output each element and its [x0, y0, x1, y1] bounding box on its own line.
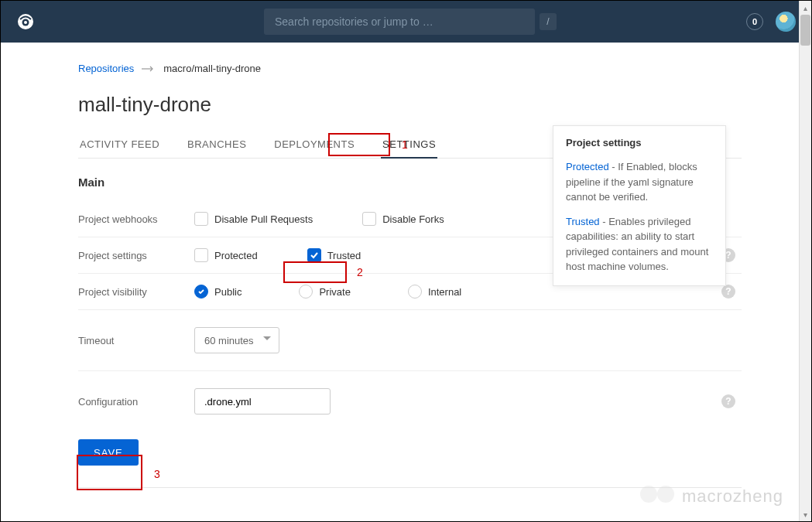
scrollbar-down-icon[interactable]: ▾ [800, 507, 811, 521]
svg-point-2 [24, 21, 27, 24]
checkbox-checked-icon [307, 248, 321, 262]
radio-label: Internal [428, 286, 461, 298]
notifications-badge[interactable]: 0 [746, 13, 763, 30]
watermark: macrozheng [640, 486, 783, 507]
checkbox-trusted[interactable]: Trusted [307, 248, 361, 262]
watermark-text: macrozheng [682, 486, 783, 507]
checkbox-icon [362, 212, 376, 226]
help-icon[interactable]: ? [721, 394, 735, 408]
checkbox-label: Protected [214, 250, 258, 261]
checkbox-icon [194, 212, 208, 226]
radio-icon [299, 285, 313, 299]
project-settings-tooltip: Project settings Protected - If Enabled,… [553, 125, 726, 286]
scrollbar-up-icon[interactable]: ▴ [800, 1, 811, 15]
checkbox-label: Disable Forks [382, 213, 444, 225]
drone-logo[interactable] [16, 12, 35, 31]
radio-label: Private [319, 286, 350, 298]
checkbox-label: Trusted [327, 250, 361, 261]
label-project-settings: Project settings [78, 250, 194, 261]
label-timeout: Timeout [78, 335, 194, 346]
tab-branches[interactable]: BRANCHES [186, 134, 248, 158]
checkbox-disable-pull-requests[interactable]: Disable Pull Requests [194, 212, 313, 226]
top-bar: / 0 [1, 1, 811, 43]
chevron-right-icon [142, 63, 156, 74]
radio-private[interactable]: Private [299, 285, 350, 299]
checkbox-disable-forks[interactable]: Disable Forks [362, 212, 444, 226]
checkbox-protected[interactable]: Protected [194, 248, 258, 262]
label-configuration: Configuration [78, 396, 194, 408]
radio-internal[interactable]: Internal [408, 285, 461, 299]
topbar-right: 0 [746, 12, 796, 32]
tooltip-title: Project settings [566, 137, 713, 148]
configuration-input[interactable] [194, 388, 331, 415]
watermark-icon [640, 486, 674, 507]
row-timeout: Timeout 60 minutes [78, 310, 742, 371]
breadcrumb-root[interactable]: Repositories [78, 63, 134, 74]
save-button[interactable]: SAVE [78, 439, 139, 466]
tooltip-link-protected[interactable]: Protected [566, 161, 609, 172]
annotation-label-3: 3 [154, 468, 160, 480]
breadcrumb-current: macro/mall-tiny-drone [163, 63, 261, 74]
radio-label: Public [214, 286, 242, 298]
radio-checked-icon [194, 285, 208, 299]
radio-icon [408, 285, 422, 299]
annotation-label-2: 2 [357, 266, 363, 278]
label-project-webhooks: Project webhooks [78, 213, 194, 225]
checkbox-label: Disable Pull Requests [214, 213, 313, 225]
search-shortcut-key: / [540, 13, 557, 30]
search-input[interactable] [264, 9, 535, 35]
tab-activity-feed[interactable]: ACTIVITY FEED [78, 134, 161, 158]
annotation-label-1: 1 [402, 138, 408, 151]
radio-public[interactable]: Public [194, 285, 242, 299]
timeout-select[interactable]: 60 minutes [194, 327, 279, 353]
tooltip-link-trusted[interactable]: Trusted [566, 216, 600, 227]
scrollbar[interactable]: ▴ ▾ [799, 1, 811, 521]
search-wrap: / [264, 9, 535, 35]
tab-settings[interactable]: SETTINGS [381, 134, 437, 158]
tab-deployments[interactable]: DEPLOYMENTS [272, 134, 356, 158]
breadcrumb: Repositories macro/mall-tiny-drone [78, 63, 742, 74]
scrollbar-thumb[interactable] [800, 15, 810, 46]
checkbox-icon [194, 248, 208, 262]
page-title: mall-tiny-drone [78, 93, 742, 117]
user-avatar[interactable] [776, 12, 796, 32]
label-project-visibility: Project visibility [78, 286, 194, 298]
row-configuration: Configuration ? [78, 371, 742, 432]
help-icon[interactable]: ? [721, 285, 735, 299]
